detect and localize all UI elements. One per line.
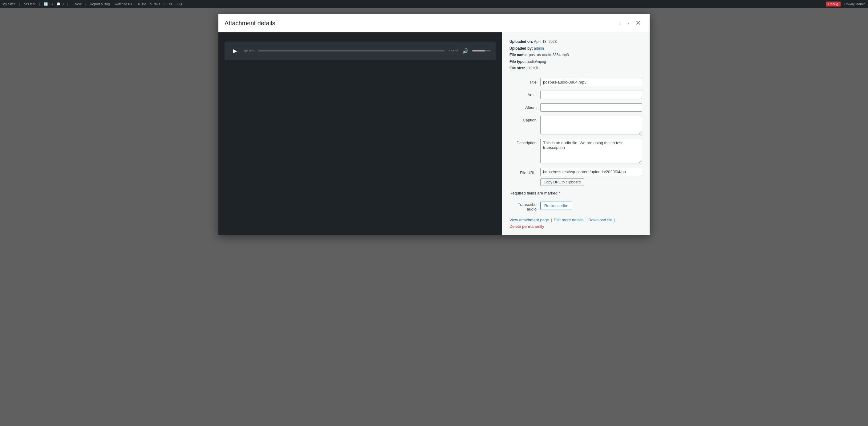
switch-rtl-link[interactable]: Switch to RTL: [113, 2, 134, 6]
comments-link[interactable]: 💬 0: [56, 2, 63, 6]
howdy-label: Howdy, admin: [844, 2, 866, 6]
new-link[interactable]: + New: [72, 2, 82, 6]
site-name-link[interactable]: oss.test: [24, 2, 35, 6]
admin-bar: My Sites | oss.test | 🔄 13 💬 0 | + New |…: [0, 0, 868, 8]
updates-link[interactable]: 🔄 13: [44, 2, 53, 6]
report-bug-link[interactable]: Report a Bug: [90, 2, 110, 6]
debug-button[interactable]: Debug: [826, 2, 841, 6]
my-sites-link[interactable]: My Sites: [2, 2, 16, 6]
